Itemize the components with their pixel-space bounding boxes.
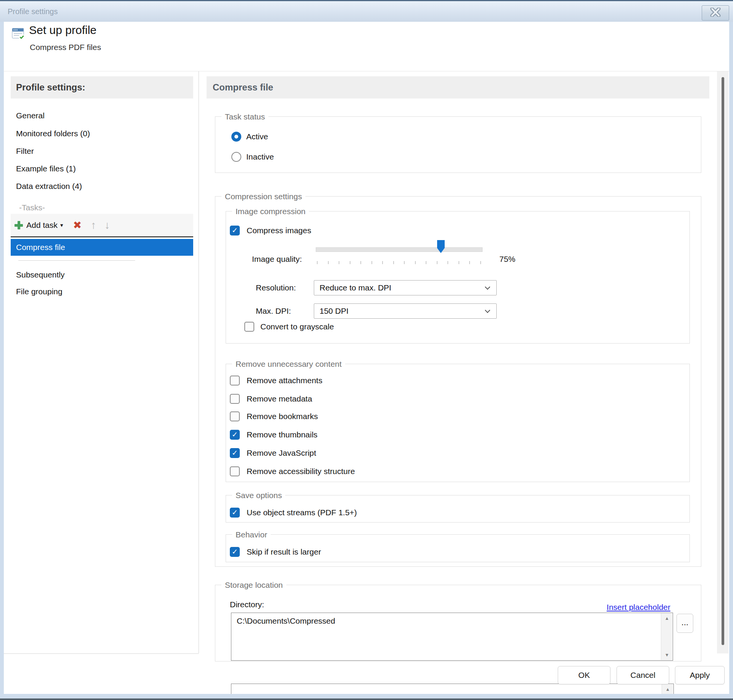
add-task-label: Add task (26, 221, 58, 230)
directory-label: Directory: (230, 600, 264, 610)
remove-thumbnails-label[interactable]: Remove thumbnails (247, 430, 318, 440)
remove-accessibility-checkbox[interactable] (230, 466, 240, 476)
remove-metadata-label[interactable]: Remove metadata (247, 394, 312, 404)
header-separator (4, 71, 729, 71)
scroll-up-icon[interactable]: ▲ (661, 616, 673, 621)
titlebar (0, 1, 733, 22)
remove-attachments-label[interactable]: Remove attachments (247, 376, 322, 385)
skip-if-larger-label[interactable]: Skip if result is larger (247, 547, 321, 557)
behavior-legend: Behavior (232, 529, 271, 540)
inactive-radio[interactable] (231, 152, 241, 162)
add-task-button[interactable]: Add task ▾ (15, 221, 63, 230)
tasks-section-label: -Tasks- (19, 203, 45, 212)
task-item-subsequently[interactable]: Subsequently (11, 266, 193, 283)
skip-if-larger-checkbox[interactable] (230, 547, 240, 557)
save-options-legend: Save options (232, 490, 285, 500)
remove-thumbnails-checkbox[interactable] (230, 430, 240, 440)
remove-attachments-checkbox[interactable] (230, 376, 240, 385)
resolution-value: Reduce to max. DPI (314, 281, 496, 295)
close-button[interactable] (702, 5, 729, 21)
slider-ticks (317, 261, 481, 264)
compress-images-label[interactable]: Compress images (247, 226, 311, 235)
remove-accessibility-label[interactable]: Remove accessibility structure (247, 466, 355, 476)
max-dpi-label: Max. DPI: (256, 306, 291, 316)
remove-javascript-checkbox[interactable] (230, 448, 240, 458)
image-quality-label: Image quality: (252, 254, 302, 264)
task-separator (18, 260, 135, 261)
move-task-down-button[interactable]: ↓ (105, 219, 110, 231)
compress-images-checkbox[interactable] (230, 226, 240, 235)
image-quality-value: 75% (499, 254, 515, 264)
active-radio[interactable] (231, 132, 241, 142)
task-item-compress-file[interactable]: Compress file (11, 239, 193, 256)
storage-location-legend: Storage location (221, 580, 286, 590)
page-title: Set up profile (29, 24, 97, 37)
compression-settings-legend: Compression settings (221, 191, 305, 202)
page-subtitle: Compress PDF files (30, 43, 101, 52)
panel-title: Compress file (207, 76, 709, 98)
resolution-select[interactable]: Reduce to max. DPI (314, 280, 497, 295)
task-toolbar: Add task ▾ ✖ ↑ ↓ (11, 214, 193, 237)
convert-grayscale-checkbox[interactable] (244, 322, 254, 332)
cancel-button[interactable]: Cancel (617, 666, 669, 684)
profile-settings-dialog: Profile settings Set up profile Compress… (0, 0, 733, 700)
remove-bookmarks-checkbox[interactable] (230, 411, 240, 421)
window-title: Profile settings (8, 1, 58, 22)
sidebar-bottom-border (4, 653, 199, 654)
chevron-down-icon: ▾ (60, 222, 63, 229)
directory-scrollbar[interactable]: ▲ ▼ (661, 613, 672, 660)
apply-button[interactable]: Apply (675, 666, 725, 684)
directory-value: C:\Documents\Compressed (231, 613, 673, 629)
close-icon (710, 8, 721, 18)
task-item-file-grouping[interactable]: File grouping (11, 283, 193, 300)
scroll-up-icon[interactable]: ▲ (662, 687, 673, 692)
max-dpi-value: 150 DPI (314, 304, 496, 318)
move-task-up-button[interactable]: ↑ (91, 219, 96, 231)
convert-grayscale-label[interactable]: Convert to grayscale (260, 322, 334, 332)
window-frame-bottom (0, 694, 733, 698)
image-compression-legend: Image compression (232, 206, 309, 216)
remove-metadata-checkbox[interactable] (230, 394, 240, 404)
object-streams-checkbox[interactable] (230, 508, 240, 518)
task-status-group: Task status (215, 116, 701, 173)
active-radio-label[interactable]: Active (246, 132, 268, 142)
delete-task-button[interactable]: ✖ (73, 219, 82, 231)
scroll-down-icon[interactable]: ▼ (661, 652, 673, 658)
remove-content-legend: Remove unnecessary content (232, 359, 345, 369)
sidebar-divider (199, 71, 199, 653)
sidebar-item-data-extraction[interactable]: Data extraction (4) (11, 177, 193, 195)
remove-bookmarks-label[interactable]: Remove bookmarks (247, 411, 318, 421)
ok-button[interactable]: OK (558, 666, 610, 684)
directory-input[interactable]: C:\Documents\Compressed ▲ ▼ (231, 613, 673, 661)
sidebar-item-monitored-folders[interactable]: Monitored folders (0) (11, 125, 193, 142)
sidebar-header: Profile settings: (11, 76, 193, 98)
window-border-bottom (0, 698, 733, 700)
task-status-legend: Task status (221, 111, 268, 122)
object-streams-label[interactable]: Use object streams (PDF 1.5+) (247, 508, 357, 518)
resolution-label: Resolution: (256, 283, 296, 293)
inactive-radio-label[interactable]: Inactive (246, 152, 274, 162)
setup-profile-icon (11, 27, 25, 42)
add-plus-icon (15, 221, 23, 229)
sidebar-item-general[interactable]: General (11, 107, 193, 124)
sidebar-item-filter[interactable]: Filter (11, 142, 193, 160)
remove-javascript-label[interactable]: Remove JavaScript (247, 448, 316, 458)
sidebar-item-example-files[interactable]: Example files (1) (11, 160, 193, 177)
max-dpi-select[interactable]: 150 DPI (314, 303, 497, 319)
insert-placeholder-link[interactable]: Insert placeholder (607, 603, 670, 612)
browse-directory-button[interactable]: ... (676, 614, 693, 633)
image-quality-slider-track[interactable] (316, 247, 483, 252)
main-scrollbar-thumb[interactable] (722, 77, 724, 645)
